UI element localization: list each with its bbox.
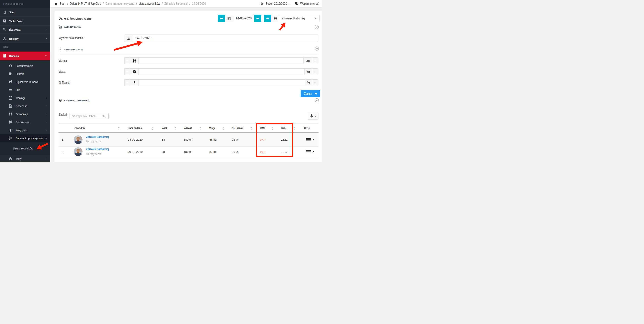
svg-text:31: 31 bbox=[10, 98, 12, 99]
